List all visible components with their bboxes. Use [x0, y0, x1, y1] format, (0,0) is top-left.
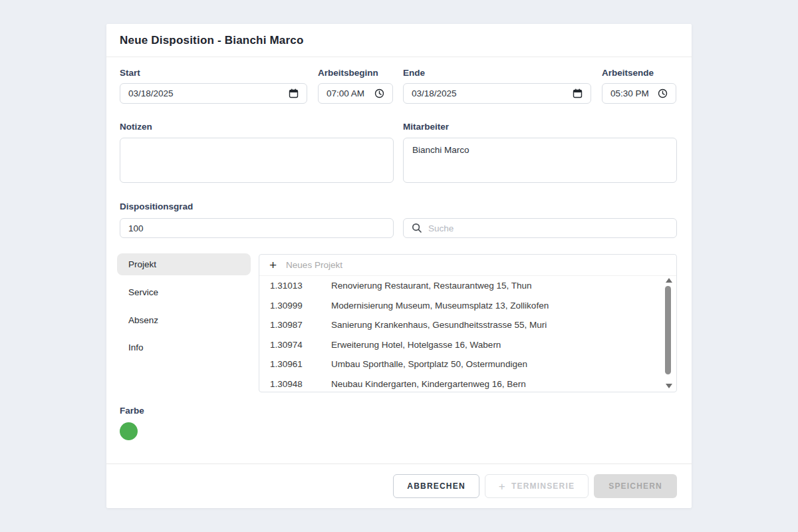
project-name: Renovierung Restaurant, Restaurantweg 15…: [331, 281, 676, 291]
project-list-panel: + Neues Projekt 1.31013 Renovierung Rest…: [259, 254, 677, 392]
dialog-title: Neue Disposition - Bianchi Marco: [120, 34, 304, 47]
color-swatch[interactable]: [120, 422, 138, 440]
arbeitsbeginn-time-input[interactable]: [318, 83, 393, 104]
tab-projekt[interactable]: Projekt: [117, 253, 251, 275]
project-number: 1.30999: [270, 301, 331, 311]
tab-info[interactable]: Info: [117, 336, 251, 358]
tab-info-label: Info: [128, 342, 144, 352]
farbe-label: Farbe: [120, 406, 144, 416]
project-name: Neubau Kindergarten, Kindergartenweg 16,…: [331, 379, 676, 389]
tab-absenz[interactable]: Absenz: [117, 309, 251, 331]
calendar-icon[interactable]: [289, 88, 299, 98]
list-scrollbar[interactable]: [664, 277, 674, 390]
project-number: 1.30974: [270, 340, 331, 350]
project-number: 1.31013: [270, 281, 331, 291]
search-input-wrapper[interactable]: [403, 218, 677, 238]
dialog-titlebar: Neue Disposition - Bianchi Marco: [106, 24, 692, 57]
terminserie-label: TERMINSERIE: [511, 481, 575, 491]
dispositionsgrad-input[interactable]: [120, 218, 394, 238]
dialog-footer: ABBRECHEN + TERMINSERIE SPEICHERN: [106, 464, 692, 508]
project-number: 1.30961: [270, 359, 331, 369]
notizen-textarea[interactable]: [120, 138, 394, 183]
ende-date-value[interactable]: [412, 88, 569, 98]
project-name: Modernisierung Museum, Museumsplatz 13, …: [331, 301, 676, 311]
project-row[interactable]: 1.30999 Modernisierung Museum, Museumspl…: [259, 296, 676, 316]
arbeitsende-time-value[interactable]: [610, 88, 654, 98]
notizen-label: Notizen: [120, 122, 152, 132]
plus-icon[interactable]: +: [269, 259, 277, 271]
new-disposition-dialog: Neue Disposition - Bianchi Marco Start A…: [106, 24, 692, 508]
scroll-down-icon[interactable]: [666, 384, 672, 388]
start-label: Start: [120, 68, 140, 78]
tab-projekt-label: Projekt: [128, 259, 156, 269]
project-row[interactable]: 1.30974 Erweiterung Hotel, Hotelgasse 16…: [259, 335, 676, 355]
start-date-input[interactable]: [120, 83, 307, 104]
project-number: 1.30948: [270, 379, 331, 389]
tab-service-label: Service: [128, 287, 158, 297]
calendar-icon[interactable]: [573, 88, 583, 98]
arbeitsbeginn-label: Arbeitsbeginn: [318, 68, 378, 78]
project-number: 1.30987: [270, 320, 331, 330]
search-icon: [412, 223, 422, 233]
new-project-row[interactable]: + Neues Projekt: [259, 255, 676, 276]
arbeitsende-time-input[interactable]: [602, 83, 676, 104]
scroll-up-icon[interactable]: [666, 278, 672, 283]
start-date-value[interactable]: [128, 88, 285, 98]
project-row[interactable]: 1.31013 Renovierung Restaurant, Restaura…: [259, 276, 676, 296]
project-name: Sanierung Krankenhaus, Gesundheitsstrass…: [331, 320, 676, 330]
ende-label: Ende: [403, 68, 425, 78]
clock-icon[interactable]: [374, 88, 384, 98]
search-input[interactable]: [428, 223, 668, 233]
project-row[interactable]: 1.30961 Umbau Sporthalle, Sportplatz 50,…: [259, 354, 676, 374]
arbeitsbeginn-time-value[interactable]: [327, 88, 370, 98]
arbeitsende-label: Arbeitsende: [602, 68, 654, 78]
project-rows: 1.31013 Renovierung Restaurant, Restaura…: [259, 276, 676, 392]
dispositionsgrad-label: Dispositionsgrad: [120, 201, 193, 211]
project-name: Umbau Sporthalle, Sportplatz 50, Ostermu…: [331, 359, 676, 369]
tab-service[interactable]: Service: [117, 281, 251, 303]
abbrechen-button[interactable]: ABBRECHEN: [393, 474, 479, 498]
terminserie-button[interactable]: + TERMINSERIE: [485, 474, 589, 498]
tab-absenz-label: Absenz: [128, 315, 158, 325]
new-project-placeholder[interactable]: Neues Projekt: [286, 260, 342, 270]
speichern-button[interactable]: SPEICHERN: [594, 474, 677, 498]
dispositionsgrad-value[interactable]: [128, 223, 385, 233]
project-name: Erweiterung Hotel, Hotelgasse 16, Wabern: [331, 340, 676, 350]
project-row[interactable]: 1.30948 Neubau Kindergarten, Kindergarte…: [259, 374, 676, 393]
scrollbar-thumb[interactable]: [665, 286, 671, 374]
mitarbeiter-label: Mitarbeiter: [403, 122, 449, 132]
ende-date-input[interactable]: [403, 83, 591, 104]
project-row[interactable]: 1.30987 Sanierung Krankenhaus, Gesundhei…: [259, 315, 676, 335]
clock-icon[interactable]: [658, 88, 668, 98]
plus-icon: +: [499, 481, 506, 492]
mitarbeiter-textarea[interactable]: Bianchi Marco: [403, 138, 677, 183]
